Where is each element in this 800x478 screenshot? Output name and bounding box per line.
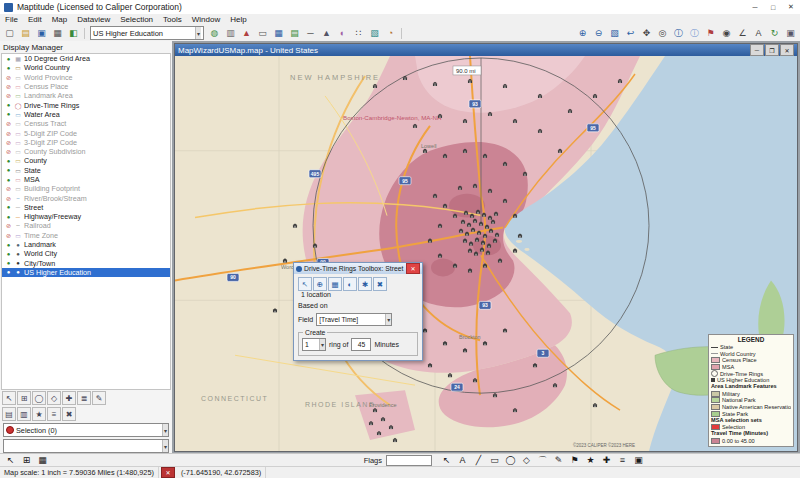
dm-layers-icon[interactable]: ≡ <box>47 407 61 421</box>
north-arrow-icon[interactable]: ▲ <box>319 26 334 41</box>
layer-row-world-province[interactable]: ⊘▭World Province <box>2 73 170 82</box>
new-dataview-icon[interactable]: ▥ <box>223 26 238 41</box>
layer-hidden-icon[interactable]: ⊘ <box>5 195 12 202</box>
map-legend[interactable]: LEGEND StateWorld CountryCensus PlaceMSA… <box>708 334 794 447</box>
flags-input[interactable] <box>386 455 432 466</box>
minimize-button[interactable]: ─ <box>746 0 764 14</box>
ring-count-select[interactable]: 1 ▾ <box>302 338 326 351</box>
layer-row-3-digit-zip-code[interactable]: ⊘▭3-Digit ZIP Code <box>2 138 170 147</box>
layer-row-world-city[interactable]: ●●World City <box>2 249 170 258</box>
dm-list-icon[interactable]: ≣ <box>77 391 91 405</box>
color-theme-icon[interactable]: ◐ <box>335 26 350 41</box>
previous-scale-icon[interactable]: ↩ <box>623 26 638 41</box>
close-button[interactable]: ✕ <box>782 0 800 14</box>
label-tool-icon[interactable]: A <box>751 26 766 41</box>
flag-icon[interactable]: ⚑ <box>703 26 718 41</box>
dm-edit-icon[interactable]: ✎ <box>92 391 106 405</box>
new-workspace-icon[interactable]: ▢ <box>2 26 17 41</box>
field-select[interactable]: [Travel Time] ▾ <box>316 313 392 326</box>
map-minimize-button[interactable]: ─ <box>750 44 764 56</box>
layer-visible-icon[interactable]: ● <box>5 269 12 275</box>
menu-selection[interactable]: Selection <box>115 15 158 24</box>
ring-add-button[interactable]: ⊕ <box>313 277 327 291</box>
layer-visible-icon[interactable]: ● <box>5 56 12 62</box>
dot-density-icon[interactable]: ∷ <box>351 26 366 41</box>
layer-visible-icon[interactable]: ● <box>5 177 12 183</box>
save-icon[interactable]: ▣ <box>34 26 49 41</box>
menu-dataview[interactable]: Dataview <box>72 15 115 24</box>
multi-info-icon[interactable]: ⓘ <box>687 26 702 41</box>
layer-row-census-place[interactable]: ⊘▭Census Place <box>2 82 170 91</box>
layer-hidden-icon[interactable]: ⊘ <box>5 139 12 146</box>
layer-visible-icon[interactable]: ● <box>5 167 12 173</box>
layer-row-5-digit-zip-code[interactable]: ⊘▭5-Digit ZIP Code <box>2 128 170 137</box>
layer-row-time-zone[interactable]: ⊘▭Time Zone <box>2 231 170 240</box>
measure-icon[interactable]: ∠ <box>735 26 750 41</box>
dm-circle-select-icon[interactable]: ◯ <box>32 391 46 405</box>
ring-style-button[interactable]: ◐ <box>343 277 357 291</box>
layer-visible-icon[interactable]: ● <box>5 65 12 71</box>
dm-dataview-icon[interactable]: ▤ <box>2 407 16 421</box>
layer-visible-icon[interactable]: ● <box>5 158 12 164</box>
menu-map[interactable]: Map <box>47 15 73 24</box>
print-icon[interactable]: ▦ <box>50 26 65 41</box>
layer-visible-icon[interactable]: ● <box>5 260 12 266</box>
layer-row-landmark[interactable]: ●●Landmark <box>2 240 170 249</box>
new-layout-icon[interactable]: ▭ <box>255 26 270 41</box>
layer-visible-icon[interactable]: ● <box>5 251 12 257</box>
overview-map-icon[interactable]: ▣ <box>783 26 798 41</box>
layer-row-county[interactable]: ●▭County <box>2 156 170 165</box>
layer-row-census-tract[interactable]: ⊘▭Census Tract <box>2 119 170 128</box>
layer-hidden-icon[interactable]: ⊘ <box>5 83 12 90</box>
map-canvas[interactable]: 90.0 mi NEW HAMPSHIRE CONNECTICUT RHODE … <box>175 56 797 451</box>
info-icon[interactable]: ⓘ <box>671 26 686 41</box>
refresh-icon[interactable]: ↻ <box>767 26 782 41</box>
map-graphic[interactable]: 90.0 mi NEW HAMPSHIRE CONNECTICUT RHODE … <box>175 56 797 451</box>
menu-tools[interactable]: Tools <box>158 15 187 24</box>
maximize-button[interactable]: □ <box>764 0 782 14</box>
menu-window[interactable]: Window <box>187 15 225 24</box>
layer-visible-icon[interactable]: ● <box>5 242 12 248</box>
find-icon[interactable]: ◉ <box>719 26 734 41</box>
pan-icon[interactable]: ✥ <box>639 26 654 41</box>
layer-hidden-icon[interactable]: ⊘ <box>5 148 12 155</box>
zoom-in-icon[interactable]: ⊕ <box>575 26 590 41</box>
menu-edit[interactable]: Edit <box>23 15 47 24</box>
dialog-titlebar[interactable]: Drive-Time Rings Toolbox: Street ✕ <box>294 263 422 274</box>
layer-row-drive-time-rings[interactable]: ●◯Drive-Time Rings <box>2 100 170 109</box>
layer-row-world-country[interactable]: ●▭World Country <box>2 63 170 72</box>
layer-row-water-area[interactable]: ●▭Water Area <box>2 110 170 119</box>
status-close-icon[interactable]: ✕ <box>161 467 175 478</box>
layer-hidden-icon[interactable]: ⊘ <box>5 185 12 192</box>
layer-hidden-icon[interactable]: ⊘ <box>5 232 12 239</box>
layer-visible-icon[interactable]: ● <box>5 204 12 210</box>
secondary-combo[interactable]: ▾ <box>3 439 169 453</box>
dm-theme-icon[interactable]: ▥ <box>17 407 31 421</box>
layer-visible-icon[interactable]: ● <box>5 102 12 108</box>
layer-row-state[interactable]: ●▭State <box>2 166 170 175</box>
ranged-theme-icon[interactable]: ▧ <box>367 26 382 41</box>
layer-row-city-town[interactable]: ●●City/Town <box>2 259 170 268</box>
map-close-button[interactable]: ✕ <box>780 44 794 56</box>
dm-add-selection-icon[interactable]: ✚ <box>62 391 76 405</box>
layer-dropdown[interactable]: US Higher Education ▾ <box>90 26 204 40</box>
ring-pointer-button[interactable]: ↖ <box>298 277 312 291</box>
open-icon[interactable]: ▤ <box>18 26 33 41</box>
selection-combo[interactable]: Selection (0) ▾ <box>3 423 169 437</box>
dm-clear-icon[interactable]: ✖ <box>62 407 76 421</box>
layer-visible-icon[interactable]: ● <box>5 111 12 117</box>
matrix-icon[interactable]: ▦ <box>271 26 286 41</box>
map-librarian-icon[interactable]: ◧ <box>66 26 81 41</box>
new-chart-icon[interactable]: ▲ <box>239 26 254 41</box>
zoom-window-icon[interactable]: ▧ <box>607 26 622 41</box>
layer-row-highway-freeway[interactable]: ●─Highway/Freeway <box>2 212 170 221</box>
map-window-titlebar[interactable]: MapWizardUSMap.map - United States ─ ❐ ✕ <box>175 44 797 56</box>
layer-row-us-higher-education[interactable]: ●●US Higher Education <box>2 268 170 277</box>
layer-row-10-degree-grid-area[interactable]: ●▦10 Degree Grid Area <box>2 54 170 63</box>
ring-delete-button[interactable]: ✖ <box>373 277 387 291</box>
zoom-out-icon[interactable]: ⊖ <box>591 26 606 41</box>
layer-row-building-footprint[interactable]: ⊘▭Building Footprint <box>2 184 170 193</box>
layer-hidden-icon[interactable]: ⊘ <box>5 222 12 229</box>
legend-tool-icon[interactable]: ▤ <box>287 26 302 41</box>
minutes-input[interactable]: 45 <box>351 338 371 351</box>
